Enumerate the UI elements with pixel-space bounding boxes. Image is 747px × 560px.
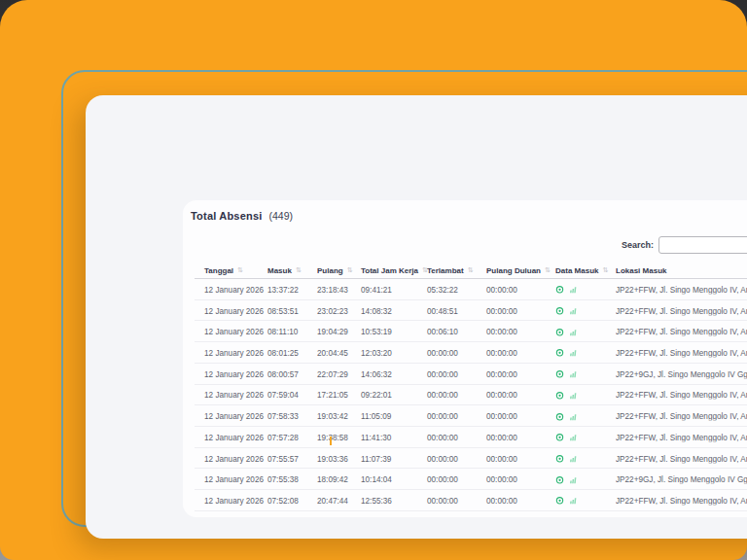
target-icon[interactable] — [555, 497, 564, 506]
table-row[interactable]: 12 January 2026 07:55:38 18:09:42 10:14:… — [183, 469, 747, 490]
cell-tanggal: 12 January 2026 — [204, 328, 264, 336]
cell-data-masuk — [555, 496, 578, 505]
table-row[interactable]: 12 January 2026 13:37:22 23:18:43 09:41:… — [183, 279, 747, 300]
cell-total-jam-kerja: 10:14:04 — [361, 475, 392, 484]
column-header-label: Terlambat — [427, 265, 464, 274]
cell-terlambat: 00:00:00 — [427, 391, 458, 400]
signal-icon[interactable] — [569, 454, 578, 463]
column-header-label: Tanggal — [204, 265, 233, 274]
cell-tanggal: 12 January 2026 — [204, 412, 264, 421]
table-row[interactable]: 12 January 2026 08:53:51 23:02:23 14:08:… — [183, 300, 747, 322]
target-icon[interactable] — [555, 349, 564, 358]
signal-icon[interactable] — [569, 286, 578, 295]
column-header-masuk[interactable]: Masuk⇅ — [267, 265, 302, 274]
search-label: Search: — [622, 240, 654, 250]
cell-data-masuk — [555, 348, 578, 357]
search-input[interactable] — [658, 236, 747, 254]
signal-icon[interactable] — [569, 434, 578, 442]
cell-total-jam-kerja: 09:41:21 — [361, 285, 392, 294]
content-card: Total Absensi (449) + Search: Tanggal⇅Ma… — [86, 95, 747, 539]
signal-icon[interactable] — [569, 475, 578, 484]
cell-pulang: 19:03:36 — [317, 454, 348, 463]
cell-pulang-duluan: 00:00:00 — [486, 369, 517, 378]
column-header-tanggal[interactable]: Tanggal⇅ — [204, 265, 243, 274]
table-row[interactable]: 12 January 2026 08:11:10 19:04:29 10:53:… — [183, 321, 747, 342]
cell-total-jam-kerja: 11:05:09 — [361, 412, 391, 421]
cell-pulang: 19:04:29 — [317, 328, 348, 336]
cell-terlambat: 00:00:00 — [427, 369, 458, 378]
cell-pulang-duluan: 00:00:00 — [486, 306, 517, 315]
cell-terlambat: 00:00:00 — [427, 412, 458, 421]
cell-total-jam-kerja: 09:22:01 — [361, 391, 392, 400]
cell-masuk: 08:00:57 — [267, 369, 299, 378]
cell-lokasi-masuk: JP22+FFW, Jl. Singo Menggolo IV, Area Sa… — [616, 497, 747, 506]
target-icon[interactable] — [555, 286, 564, 295]
column-header-label: Lokasi Masuk — [616, 265, 666, 274]
column-header-pulang[interactable]: Pulang⇅ — [317, 265, 353, 274]
cell-terlambat: 00:06:10 — [427, 328, 458, 336]
table-row[interactable]: 12 January 2026 07:57:28 19:38:58 11:41:… — [183, 427, 747, 448]
sort-icon[interactable]: ⇅ — [602, 266, 608, 274]
cell-tanggal: 12 January 2026 — [204, 285, 264, 294]
signal-icon[interactable] — [569, 369, 578, 378]
column-header-terlambat[interactable]: Terlambat⇅ — [427, 265, 474, 274]
signal-icon[interactable] — [569, 328, 578, 336]
sort-icon[interactable]: ⇅ — [296, 266, 302, 274]
cell-masuk: 07:52:08 — [267, 497, 299, 506]
cell-data-masuk — [555, 369, 578, 378]
table-row[interactable]: 12 January 2026 07:59:04 17:21:05 09:22:… — [183, 385, 747, 406]
table-row[interactable]: 12 January 2026 07:51:49 22:17:44 14:25:… — [183, 511, 747, 517]
cell-pulang: 20:04:45 — [317, 349, 348, 358]
signal-icon[interactable] — [569, 497, 578, 506]
cell-tanggal: 12 January 2026 — [204, 497, 264, 506]
cell-terlambat: 05:32:22 — [427, 285, 458, 294]
cell-masuk: 13:37:22 — [267, 285, 299, 294]
table-row[interactable]: 12 January 2026 07:52:08 20:47:44 12:55:… — [183, 490, 747, 511]
signal-icon[interactable] — [569, 412, 578, 421]
column-header-pulang-duluan[interactable]: Pulang Duluan⇅ — [486, 265, 551, 274]
column-header-total-jam-kerja[interactable]: Total Jam Kerja⇅ — [361, 265, 428, 274]
column-header-data-masuk[interactable]: Data Masuk⇅ — [555, 265, 608, 274]
cell-pulang: 22:07:29 — [317, 369, 348, 378]
table-row[interactable]: 12 January 2026 07:58:33 19:03:42 11:05:… — [183, 405, 747, 427]
cell-lokasi-masuk: JP22+FFW, Jl. Singo Menggolo IV, Area Sa… — [616, 454, 747, 463]
target-icon[interactable] — [555, 475, 564, 484]
target-icon[interactable] — [555, 306, 564, 315]
target-icon[interactable] — [555, 391, 564, 400]
target-icon[interactable] — [555, 434, 564, 442]
cell-masuk: 07:59:04 — [267, 391, 299, 400]
column-header-lokasi-masuk[interactable]: Lokasi Masuk — [616, 265, 747, 274]
cell-masuk: 08:11:10 — [267, 328, 298, 336]
cell-data-masuk — [555, 285, 578, 294]
cell-lokasi-masuk: JP22+FFW, Jl. Singo Menggolo IV, Area Sa… — [616, 412, 747, 421]
sort-icon[interactable]: ⇅ — [545, 266, 551, 274]
signal-icon[interactable] — [569, 349, 578, 358]
target-icon[interactable] — [555, 454, 564, 463]
sort-icon[interactable]: ⇅ — [347, 266, 353, 274]
cell-tanggal: 12 January 2026 — [204, 369, 264, 378]
cell-data-masuk — [555, 475, 578, 484]
target-icon[interactable] — [555, 412, 564, 421]
cell-terlambat: 00:00:00 — [427, 454, 458, 463]
target-icon[interactable] — [555, 369, 564, 378]
table-row[interactable]: 12 January 2026 07:55:57 19:03:36 11:07:… — [183, 448, 747, 470]
cell-total-jam-kerja: 12:55:36 — [361, 497, 392, 506]
signal-icon[interactable] — [569, 306, 578, 315]
text-cursor — [330, 437, 332, 445]
cell-total-jam-kerja: 12:03:20 — [361, 349, 392, 358]
sort-icon[interactable]: ⇅ — [237, 266, 243, 274]
cell-lokasi-masuk: JP22+FFW, Jl. Singo Menggolo IV, Area Sa… — [616, 349, 747, 358]
cell-terlambat: 00:00:00 — [427, 349, 458, 358]
cell-total-jam-kerja: 11:41:30 — [361, 433, 391, 441]
cell-pulang-duluan: 00:00:00 — [486, 475, 517, 484]
cell-total-jam-kerja: 14:08:32 — [361, 306, 392, 315]
cell-tanggal: 12 January 2026 — [204, 433, 264, 441]
cell-tanggal: 12 January 2026 — [204, 306, 264, 315]
table-row[interactable]: 12 January 2026 08:01:25 20:04:45 12:03:… — [183, 342, 747, 364]
page-title: Total Absensi — [191, 210, 263, 222]
sort-icon[interactable]: ⇅ — [468, 266, 474, 274]
signal-icon[interactable] — [569, 391, 578, 400]
target-icon[interactable] — [555, 328, 564, 336]
cell-masuk: 07:58:33 — [267, 412, 299, 421]
table-row[interactable]: 12 January 2026 08:00:57 22:07:29 14:06:… — [183, 364, 747, 385]
